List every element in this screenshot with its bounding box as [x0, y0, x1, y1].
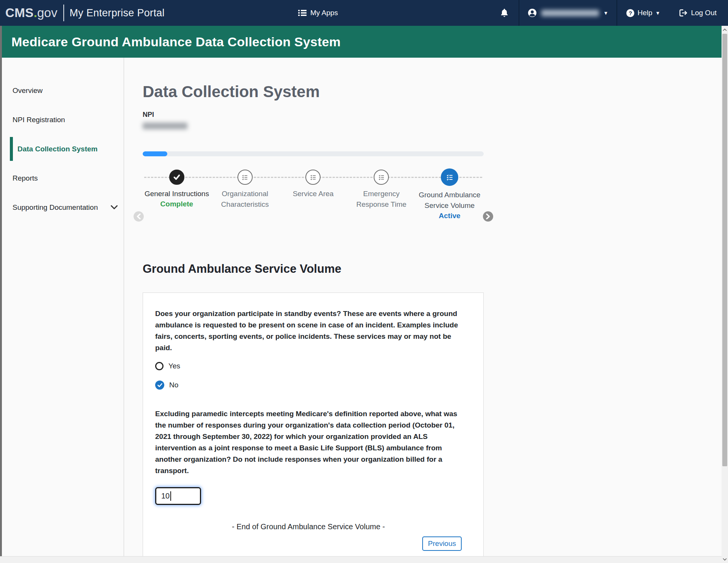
brand-gov: gov	[37, 6, 57, 20]
brand-cms: CMS	[5, 6, 34, 20]
radio-unchecked-icon[interactable]	[155, 362, 164, 370]
sidebar-item-label: Data Collection System	[17, 145, 97, 153]
step-list-icon-active[interactable]	[441, 168, 458, 186]
sidebar-item-overview[interactable]: Overview	[2, 76, 124, 105]
log-out-button[interactable]: Log Out	[669, 0, 728, 26]
section-stepper: General Instructions Complete Organizati…	[143, 169, 484, 240]
my-apps-label: My Apps	[310, 9, 338, 17]
question-text: during your organization's data collecti…	[155, 421, 454, 475]
log-out-label: Log Out	[691, 9, 717, 17]
active-indicator-bar	[10, 137, 13, 161]
previous-row: Previous	[155, 536, 462, 551]
step-ground-ambulance-service-volume: Ground Ambulance Service Volume Active	[415, 169, 484, 220]
step-list-icon[interactable]	[237, 170, 253, 185]
step-complete-check-icon[interactable]	[169, 170, 184, 185]
step-service-area: Service Area	[279, 169, 347, 220]
npi-label: NPI	[143, 111, 722, 119]
sidebar-nav: Overview NPI Registration Data Collectio…	[2, 58, 124, 556]
sidebar-item-label: Overview	[13, 86, 42, 95]
scroll-down-button[interactable]	[722, 555, 728, 563]
help-icon: ?	[626, 9, 634, 17]
radio-label: No	[169, 381, 178, 389]
main-content: Data Collection System NPI General Instr…	[124, 58, 722, 556]
progress-bar	[143, 151, 484, 156]
help-label: Help	[637, 9, 652, 17]
brand-divider	[63, 5, 64, 21]
bell-icon	[501, 9, 508, 17]
step-label: Emergency Response Time	[347, 189, 415, 210]
brand-portal-name: My Enterprise Portal	[69, 7, 165, 19]
sidebar-item-data-collection-system[interactable]: Data Collection System	[2, 134, 124, 164]
step-emergency-response-time: Emergency Response Time	[347, 169, 415, 220]
step-general-instructions: General Instructions Complete	[143, 169, 211, 220]
my-apps-icon	[298, 9, 307, 17]
sidebar-item-label: NPI Registration	[13, 116, 65, 124]
user-avatar-icon	[528, 8, 537, 17]
radio-checked-icon[interactable]	[155, 381, 164, 390]
navbar-right-group: ▼ ? Help ▼ Log Out	[489, 0, 728, 26]
step-status: Complete	[160, 200, 193, 208]
progress-bar-fill	[143, 151, 167, 156]
radio-label: Yes	[168, 362, 180, 370]
step-label: Ground Ambulance Service Volume	[415, 190, 484, 211]
log-out-icon	[679, 9, 687, 17]
top-navbar: CMS.gov My Enterprise Portal My Apps	[0, 0, 728, 26]
stepper-scroll-right-button[interactable]	[483, 211, 493, 222]
question-text-bold: responses	[205, 421, 241, 429]
radio-option-no[interactable]: No	[155, 379, 462, 392]
vertical-scrollbar[interactable]	[722, 26, 728, 563]
npi-value-redacted	[143, 123, 187, 129]
user-name-redacted	[541, 10, 599, 16]
chevron-down-icon: ▼	[604, 11, 609, 16]
step-label: Organizational Characteristics	[211, 189, 279, 210]
step-label: Service Area	[293, 189, 334, 199]
content-row: Overview NPI Registration Data Collectio…	[2, 58, 722, 556]
sidebar-item-reports[interactable]: Reports	[2, 164, 124, 193]
scrollbar-thumb[interactable]	[722, 34, 727, 466]
step-organizational-characteristics: Organizational Characteristics	[211, 169, 279, 220]
stepper-scroll-left-button[interactable]	[134, 211, 144, 222]
brand-dot: .	[34, 6, 37, 20]
end-of-section-text: - End of Ground Ambulance Service Volume…	[155, 522, 462, 531]
user-menu-button[interactable]: ▼	[519, 0, 617, 26]
sidebar-item-label: Reports	[13, 174, 38, 182]
sidebar-item-npi-registration[interactable]: NPI Registration	[2, 105, 124, 134]
step-status: Active	[439, 212, 461, 220]
previous-button[interactable]: Previous	[422, 536, 462, 551]
step-list-icon[interactable]	[374, 170, 389, 185]
help-menu-button[interactable]: ? Help ▼	[617, 0, 669, 26]
radio-option-yes[interactable]: Yes	[155, 360, 462, 373]
question-responses-count: Excluding paramedic intercepts meeting M…	[155, 408, 463, 477]
question-text-bold: standby events?	[284, 310, 341, 318]
cms-gov-logo: CMS.gov My Enterprise Portal	[0, 5, 165, 21]
section-title: Ground Ambulance Service Volume	[143, 262, 722, 276]
question-standby-events: Does your organization participate in st…	[155, 308, 463, 354]
form-card: Does your organization participate in st…	[143, 293, 484, 557]
horizontal-scrollbar[interactable]	[0, 556, 722, 563]
scroll-up-button[interactable]	[722, 26, 728, 33]
question-text: Does your organization participate in	[155, 310, 284, 318]
text-cursor	[170, 491, 171, 501]
notifications-button[interactable]	[489, 0, 519, 26]
stepper-steps: General Instructions Complete Organizati…	[143, 169, 484, 220]
sidebar-item-supporting-documentation[interactable]: Supporting Documentation	[2, 193, 124, 222]
step-list-icon[interactable]	[305, 170, 321, 185]
step-label: General Instructions	[145, 189, 209, 199]
responses-count-input[interactable]	[155, 487, 201, 505]
responses-input-wrap	[155, 487, 201, 505]
my-apps-button[interactable]: My Apps	[298, 0, 338, 26]
page-title: Data Collection System	[143, 82, 722, 102]
app-title: Medicare Ground Ambulance Data Collectio…	[11, 35, 341, 49]
sidebar-item-label: Supporting Documentation	[13, 203, 98, 212]
chevron-down-icon	[111, 205, 118, 209]
app-header: Medicare Ground Ambulance Data Collectio…	[0, 26, 722, 58]
chevron-down-icon: ▼	[656, 11, 660, 16]
window-left-edge	[0, 26, 2, 556]
